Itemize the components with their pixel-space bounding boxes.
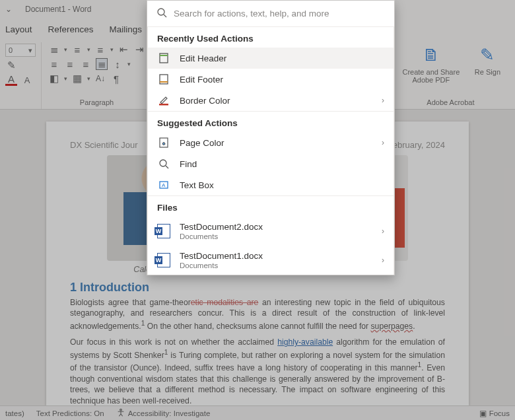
doc-date: February, 2024 (388, 140, 445, 150)
document-title: Document1 - Word (25, 5, 91, 14)
quick-access-dropdown-icon[interactable]: ⌄ (5, 5, 12, 14)
word-doc-icon (157, 224, 170, 238)
increase-indent-icon[interactable]: ⇥ (133, 44, 145, 55)
footer-icon (157, 74, 170, 85)
svg-point-0 (158, 9, 164, 15)
adobe-group-label: Adobe Acrobat (427, 98, 474, 106)
tab-references[interactable]: References (48, 24, 94, 34)
status-focus[interactable]: ▣ Focus (479, 409, 510, 418)
format-painter-icon[interactable]: ✎ (5, 59, 17, 71)
highly-available-link[interactable]: highly-available (277, 337, 333, 347)
paragraph-1: Biologists agree that game-theoretic mod… (70, 297, 445, 332)
chevron-right-icon: › (382, 138, 384, 147)
action-edit-header[interactable]: Edit Header (148, 48, 394, 69)
search-row[interactable] (147, 1, 394, 27)
svg-text:A: A (162, 182, 166, 188)
svg-line-9 (166, 166, 168, 168)
align-center-icon[interactable]: ≡ (64, 58, 76, 70)
chevron-right-icon: › (382, 96, 384, 105)
border-color-icon (157, 95, 170, 106)
action-find[interactable]: Find (148, 153, 394, 174)
files-header: Files (148, 196, 394, 217)
action-text-box[interactable]: A Text Box (148, 174, 394, 195)
focus-icon: ▣ (479, 409, 487, 418)
clear-format-icon[interactable]: A (21, 74, 33, 86)
paragraph-2: Our focus in this work is not on whether… (70, 337, 445, 405)
header-icon (157, 53, 170, 63)
status-accessibility[interactable]: Accessibility: Investigate (116, 408, 211, 419)
status-text-predictions[interactable]: Text Predictions: On (36, 409, 104, 417)
bullets-icon[interactable]: ≣ (48, 44, 60, 55)
suggested-header: Suggested Actions (148, 112, 394, 132)
find-icon (157, 158, 170, 169)
shading-icon[interactable]: ◧ (48, 73, 60, 85)
pdf-icon: 🗎 (423, 45, 440, 65)
align-right-icon[interactable]: ≡ (80, 58, 92, 70)
search-input[interactable] (174, 9, 385, 18)
status-tates[interactable]: tates) (5, 409, 24, 417)
decrease-indent-icon[interactable]: ⇤ (118, 44, 129, 55)
font-color-icon[interactable]: A (5, 74, 17, 86)
journal-name: DX Scientific Jour (70, 140, 138, 150)
chevron-right-icon: › (382, 227, 384, 236)
chevron-right-icon: › (382, 256, 384, 265)
file-testdocument1[interactable]: TestDocument1.docx Documents › (148, 246, 394, 275)
borders-icon[interactable]: ▦ (71, 73, 83, 85)
action-border-color[interactable]: Border Color › (148, 90, 394, 111)
tab-layout[interactable]: Layout (5, 24, 32, 34)
tell-me-popup: Recently Used Actions Edit Header Edit F… (147, 0, 395, 275)
word-doc-icon (157, 253, 170, 267)
sign-icon: ✎ (480, 45, 495, 65)
accessibility-icon (116, 408, 125, 419)
line-spacing-icon[interactable]: ↕ (112, 58, 123, 70)
action-edit-footer[interactable]: Edit Footer (148, 69, 394, 90)
create-share-pdf-button[interactable]: 🗎 Create and Share Adobe PDF (394, 44, 468, 85)
align-left-icon[interactable]: ≡ (48, 58, 60, 70)
search-icon (156, 7, 167, 20)
svg-line-1 (164, 15, 166, 17)
show-marks-icon[interactable]: ¶ (110, 73, 122, 85)
recently-used-header: Recently Used Actions (148, 27, 394, 48)
text-box-icon: A (157, 180, 170, 190)
sort-icon[interactable]: A↓ (94, 73, 106, 85)
action-page-color[interactable]: Page Color › (148, 132, 394, 153)
zoom-box[interactable]: 0▾ (5, 44, 36, 57)
multilevel-icon[interactable]: ≡ (94, 44, 106, 55)
page-color-icon (157, 137, 170, 148)
align-justify-icon[interactable]: ≣ (96, 58, 108, 70)
request-sign-button[interactable]: ✎ Re Sign (468, 44, 507, 85)
tab-mailings[interactable]: Mailings (110, 24, 143, 34)
status-bar: tates) Text Predictions: On Accessibilit… (0, 405, 515, 420)
ribbon-group-zoom: 0▾ ✎ AA (3, 42, 42, 109)
svg-rect-6 (159, 104, 168, 106)
svg-point-12 (120, 409, 121, 411)
svg-point-8 (160, 160, 166, 166)
ribbon-group-paragraph: ≣▾ ≡▾ ≡▾ ⇤ ⇥ ≡ ≡ ≡ ≣ ↕▾ ◧▾ ▦▾ A↓ ¶ Parag… (46, 42, 151, 109)
file-testdocument2[interactable]: TestDocument2.docx Documents › (148, 217, 394, 246)
numbering-icon[interactable]: ≡ (71, 44, 83, 55)
paragraph-group-label: Paragraph (80, 98, 114, 106)
heading-introduction: 1 Introduction (70, 281, 445, 295)
